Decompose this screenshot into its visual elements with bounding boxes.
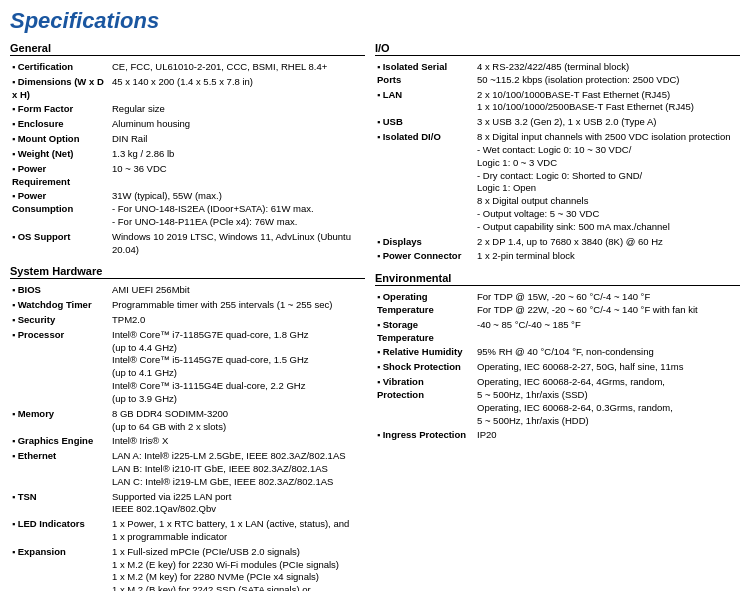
- spec-value: 8 GB DDR4 SODIMM-3200(up to 64 GB with 2…: [110, 407, 365, 435]
- spec-value: Windows 10 2019 LTSC, Windows 11, AdvLin…: [110, 230, 365, 258]
- table-row: Dimensions (W x D x H)45 x 140 x 200 (1.…: [10, 75, 365, 103]
- table-row: Mount OptionDIN Rail: [10, 132, 365, 147]
- spec-value: 45 x 140 x 200 (1.4 x 5.5 x 7.8 in): [110, 75, 365, 103]
- spec-value: AMI UEFI 256Mbit: [110, 283, 365, 298]
- spec-value: -40 ~ 85 °C/-40 ~ 185 °F: [475, 318, 740, 346]
- table-row: USB3 x USB 3.2 (Gen 2), 1 x USB 2.0 (Typ…: [375, 115, 740, 130]
- spec-label: Certification: [10, 60, 110, 75]
- spec-label: USB: [375, 115, 475, 130]
- spec-label: Power Requirement: [10, 162, 110, 190]
- spec-value: 1 x 2-pin terminal block: [475, 249, 740, 264]
- table-row: Ingress ProtectionIP20: [375, 428, 740, 443]
- table-row: SecurityTPM2.0: [10, 313, 365, 328]
- section-io: I/O: [375, 42, 740, 56]
- spec-value: TPM2.0: [110, 313, 365, 328]
- table-row: CertificationCE, FCC, UL61010-2-201, CCC…: [10, 60, 365, 75]
- spec-label: Watchdog Timer: [10, 298, 110, 313]
- spec-value: Supported via i225 LAN portIEEE 802.1Qav…: [110, 490, 365, 518]
- system-hardware-table: BIOSAMI UEFI 256MbitWatchdog TimerProgra…: [10, 283, 365, 591]
- table-row: OS SupportWindows 10 2019 LTSC, Windows …: [10, 230, 365, 258]
- section-environmental: Environmental: [375, 272, 740, 286]
- spec-value: 3 x USB 3.2 (Gen 2), 1 x USB 2.0 (Type A…: [475, 115, 740, 130]
- col-left: General CertificationCE, FCC, UL61010-2-…: [10, 42, 365, 591]
- page-title: Specifications: [10, 8, 740, 34]
- spec-label: Power Connector: [375, 249, 475, 264]
- spec-label: Expansion: [10, 545, 110, 591]
- spec-value: CE, FCC, UL61010-2-201, CCC, BSMI, RHEL …: [110, 60, 365, 75]
- main-container: Specifications General CertificationCE, …: [0, 0, 750, 591]
- spec-value: 4 x RS-232/422/485 (terminal block)50 ~1…: [475, 60, 740, 88]
- spec-label: LAN: [375, 88, 475, 116]
- spec-value: Operating, IEC 60068-2-27, 50G, half sin…: [475, 360, 740, 375]
- spec-label: LED Indicators: [10, 517, 110, 545]
- spec-label: TSN: [10, 490, 110, 518]
- spec-label: Displays: [375, 235, 475, 250]
- spec-label: Graphics Engine: [10, 434, 110, 449]
- table-row: Relative Humidity95% RH @ 40 °C/104 °F, …: [375, 345, 740, 360]
- spec-value: 2 x 10/100/1000BASE-T Fast Ethernet (RJ4…: [475, 88, 740, 116]
- table-row: Shock ProtectionOperating, IEC 60068-2-2…: [375, 360, 740, 375]
- spec-value: 31W (typical), 55W (max.)- For UNO-148-I…: [110, 189, 365, 229]
- table-row: Power Requirement10 ~ 36 VDC: [10, 162, 365, 190]
- spec-label: Isolated Serial Ports: [375, 60, 475, 88]
- spec-label: Memory: [10, 407, 110, 435]
- spec-label: Storage Temperature: [375, 318, 475, 346]
- spec-label: Mount Option: [10, 132, 110, 147]
- spec-value: IP20: [475, 428, 740, 443]
- table-row: Weight (Net)1.3 kg / 2.86 lb: [10, 147, 365, 162]
- table-row: Isolated Serial Ports4 x RS-232/422/485 …: [375, 60, 740, 88]
- spec-value: For TDP @ 15W, -20 ~ 60 °C/-4 ~ 140 °FFo…: [475, 290, 740, 318]
- spec-value: Regular size: [110, 102, 365, 117]
- spec-label: OS Support: [10, 230, 110, 258]
- spec-label: Operating Temperature: [375, 290, 475, 318]
- spec-value: LAN A: Intel® i225-LM 2.5GbE, IEEE 802.3…: [110, 449, 365, 489]
- columns: General CertificationCE, FCC, UL61010-2-…: [10, 42, 740, 591]
- table-row: Power Connector1 x 2-pin terminal block: [375, 249, 740, 264]
- spec-label: Enclosure: [10, 117, 110, 132]
- spec-label: Ethernet: [10, 449, 110, 489]
- section-general: General: [10, 42, 365, 56]
- table-row: Storage Temperature-40 ~ 85 °C/-40 ~ 185…: [375, 318, 740, 346]
- table-row: Form FactorRegular size: [10, 102, 365, 117]
- environmental-table: Operating TemperatureFor TDP @ 15W, -20 …: [375, 290, 740, 443]
- table-row: Operating TemperatureFor TDP @ 15W, -20 …: [375, 290, 740, 318]
- general-table: CertificationCE, FCC, UL61010-2-201, CCC…: [10, 60, 365, 257]
- table-row: LAN2 x 10/100/1000BASE-T Fast Ethernet (…: [375, 88, 740, 116]
- io-table: Isolated Serial Ports4 x RS-232/422/485 …: [375, 60, 740, 264]
- spec-value: 10 ~ 36 VDC: [110, 162, 365, 190]
- spec-value: Aluminum housing: [110, 117, 365, 132]
- spec-value: 8 x Digital input channels with 2500 VDC…: [475, 130, 740, 235]
- section-system-hardware: System Hardware: [10, 265, 365, 279]
- table-row: EnclosureAluminum housing: [10, 117, 365, 132]
- spec-label: Processor: [10, 328, 110, 407]
- table-row: Power Consumption31W (typical), 55W (max…: [10, 189, 365, 229]
- table-row: Watchdog TimerProgrammable timer with 25…: [10, 298, 365, 313]
- spec-label: Vibration Protection: [375, 375, 475, 428]
- spec-value: Operating, IEC 60068-2-64, 4Grms, random…: [475, 375, 740, 428]
- spec-label: Dimensions (W x D x H): [10, 75, 110, 103]
- table-row: Displays2 x DP 1.4, up to 7680 x 3840 (8…: [375, 235, 740, 250]
- spec-label: Relative Humidity: [375, 345, 475, 360]
- table-row: ProcessorIntel® Core™ i7-1185G7E quad-co…: [10, 328, 365, 407]
- spec-value: Intel® Core™ i7-1185G7E quad-core, 1.8 G…: [110, 328, 365, 407]
- spec-value: 1 x Full-sized mPCIe (PCIe/USB 2.0 signa…: [110, 545, 365, 591]
- spec-value: Intel® Iris® X: [110, 434, 365, 449]
- table-row: Vibration ProtectionOperating, IEC 60068…: [375, 375, 740, 428]
- spec-label: Power Consumption: [10, 189, 110, 229]
- table-row: Memory8 GB DDR4 SODIMM-3200(up to 64 GB …: [10, 407, 365, 435]
- table-row: Expansion1 x Full-sized mPCIe (PCIe/USB …: [10, 545, 365, 591]
- spec-label: BIOS: [10, 283, 110, 298]
- table-row: TSNSupported via i225 LAN portIEEE 802.1…: [10, 490, 365, 518]
- spec-label: Ingress Protection: [375, 428, 475, 443]
- spec-label: Weight (Net): [10, 147, 110, 162]
- spec-value: 95% RH @ 40 °C/104 °F, non-condensing: [475, 345, 740, 360]
- spec-value: DIN Rail: [110, 132, 365, 147]
- spec-value: Programmable timer with 255 intervals (1…: [110, 298, 365, 313]
- spec-label: Form Factor: [10, 102, 110, 117]
- spec-label: Shock Protection: [375, 360, 475, 375]
- col-right: I/O Isolated Serial Ports4 x RS-232/422/…: [375, 42, 740, 591]
- table-row: EthernetLAN A: Intel® i225-LM 2.5GbE, IE…: [10, 449, 365, 489]
- spec-value: 1 x Power, 1 x RTC battery, 1 x LAN (act…: [110, 517, 365, 545]
- spec-label: Isolated DI/O: [375, 130, 475, 235]
- spec-value: 1.3 kg / 2.86 lb: [110, 147, 365, 162]
